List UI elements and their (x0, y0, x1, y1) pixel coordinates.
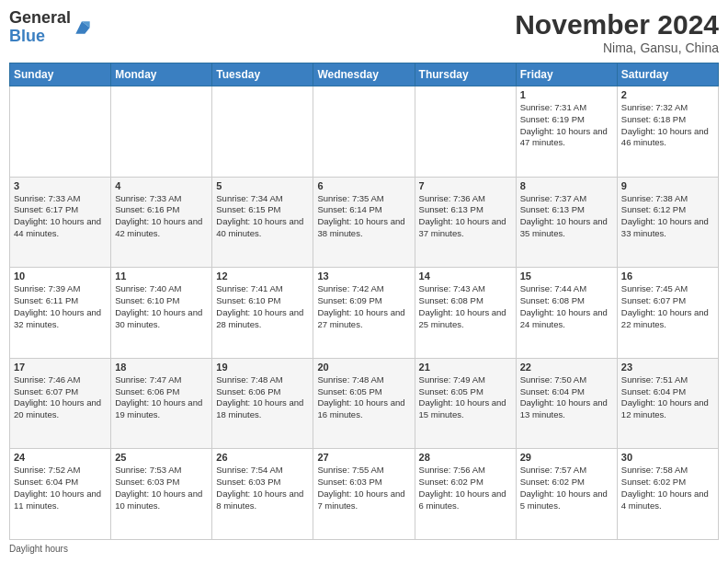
calendar-cell: 4Sunrise: 7:33 AMSunset: 6:16 PMDaylight… (111, 177, 212, 268)
day-info: Sunrise: 7:48 AMSunset: 6:05 PMDaylight:… (317, 374, 410, 421)
day-info: Sunrise: 7:47 AMSunset: 6:06 PMDaylight:… (115, 374, 208, 421)
day-info: Sunrise: 7:34 AMSunset: 6:15 PMDaylight:… (216, 193, 309, 240)
calendar-header-row: SundayMondayTuesdayWednesdayThursdayFrid… (10, 63, 719, 86)
day-number: 28 (419, 452, 512, 463)
day-info: Sunrise: 7:45 AMSunset: 6:07 PMDaylight:… (621, 283, 714, 330)
day-number: 11 (115, 270, 208, 282)
day-info: Sunrise: 7:44 AMSunset: 6:08 PMDaylight:… (520, 283, 613, 330)
col-header-friday: Friday (516, 63, 617, 86)
month-title: November 2024 (515, 9, 719, 40)
day-number: 20 (317, 362, 410, 373)
calendar-cell: 17Sunrise: 7:46 AMSunset: 6:07 PMDayligh… (10, 358, 111, 449)
day-number: 30 (621, 452, 714, 463)
calendar-week-5: 24Sunrise: 7:52 AMSunset: 6:04 PMDayligh… (10, 449, 719, 540)
header: General Blue November 2024 Nima, Gansu, … (9, 9, 719, 55)
day-number: 16 (621, 270, 714, 282)
calendar-cell: 29Sunrise: 7:57 AMSunset: 6:02 PMDayligh… (516, 449, 617, 540)
day-info: Sunrise: 7:57 AMSunset: 6:02 PMDaylight:… (520, 465, 613, 511)
calendar-cell: 18Sunrise: 7:47 AMSunset: 6:06 PMDayligh… (111, 358, 212, 449)
logo-blue: Blue (9, 27, 45, 45)
day-info: Sunrise: 7:54 AMSunset: 6:03 PMDaylight:… (216, 465, 309, 511)
calendar-cell: 26Sunrise: 7:54 AMSunset: 6:03 PMDayligh… (212, 449, 313, 540)
title-block: November 2024 Nima, Gansu, China (515, 9, 719, 55)
day-info: Sunrise: 7:35 AMSunset: 6:14 PMDaylight:… (317, 193, 410, 240)
logo: General Blue (9, 9, 91, 46)
logo-icon (73, 18, 91, 37)
day-info: Sunrise: 7:58 AMSunset: 6:02 PMDaylight:… (621, 465, 714, 511)
calendar-week-2: 3Sunrise: 7:33 AMSunset: 6:17 PMDaylight… (10, 177, 719, 268)
calendar-cell: 10Sunrise: 7:39 AMSunset: 6:11 PMDayligh… (10, 268, 111, 359)
day-info: Sunrise: 7:52 AMSunset: 6:04 PMDaylight:… (14, 465, 107, 511)
calendar-cell: 30Sunrise: 7:58 AMSunset: 6:02 PMDayligh… (617, 449, 718, 540)
day-number: 5 (216, 180, 309, 191)
day-number: 21 (419, 362, 512, 373)
day-number: 24 (14, 452, 107, 463)
day-number: 8 (520, 180, 613, 191)
calendar-week-3: 10Sunrise: 7:39 AMSunset: 6:11 PMDayligh… (10, 268, 719, 359)
calendar-cell: 27Sunrise: 7:55 AMSunset: 6:03 PMDayligh… (313, 449, 415, 540)
calendar-cell: 24Sunrise: 7:52 AMSunset: 6:04 PMDayligh… (10, 449, 111, 540)
day-info: Sunrise: 7:41 AMSunset: 6:10 PMDaylight:… (216, 283, 309, 330)
calendar-week-4: 17Sunrise: 7:46 AMSunset: 6:07 PMDayligh… (10, 358, 719, 449)
footer: Daylight hours (9, 544, 719, 554)
calendar-cell: 8Sunrise: 7:37 AMSunset: 6:13 PMDaylight… (516, 177, 617, 268)
day-number: 25 (115, 452, 208, 463)
calendar-week-1: 1Sunrise: 7:31 AMSunset: 6:19 PMDaylight… (10, 86, 719, 178)
col-header-monday: Monday (111, 63, 212, 86)
col-header-sunday: Sunday (10, 63, 111, 86)
calendar-cell (313, 86, 415, 178)
calendar-cell: 14Sunrise: 7:43 AMSunset: 6:08 PMDayligh… (415, 268, 516, 359)
col-header-wednesday: Wednesday (313, 63, 415, 86)
day-info: Sunrise: 7:43 AMSunset: 6:08 PMDaylight:… (419, 283, 512, 330)
day-number: 18 (115, 362, 208, 373)
day-number: 19 (216, 362, 309, 373)
logo-text: General Blue (9, 9, 71, 46)
col-header-tuesday: Tuesday (212, 63, 313, 86)
day-number: 7 (419, 180, 512, 191)
day-number: 3 (14, 180, 107, 191)
day-info: Sunrise: 7:48 AMSunset: 6:06 PMDaylight:… (216, 374, 309, 421)
calendar-cell: 15Sunrise: 7:44 AMSunset: 6:08 PMDayligh… (516, 268, 617, 359)
day-number: 1 (520, 89, 613, 100)
day-number: 26 (216, 452, 309, 463)
day-number: 2 (621, 89, 714, 100)
day-info: Sunrise: 7:31 AMSunset: 6:19 PMDaylight:… (520, 102, 613, 149)
day-info: Sunrise: 7:32 AMSunset: 6:18 PMDaylight:… (621, 102, 714, 149)
location-subtitle: Nima, Gansu, China (515, 40, 719, 55)
day-number: 23 (621, 362, 714, 373)
calendar-cell: 12Sunrise: 7:41 AMSunset: 6:10 PMDayligh… (212, 268, 313, 359)
calendar-cell: 28Sunrise: 7:56 AMSunset: 6:02 PMDayligh… (415, 449, 516, 540)
calendar-cell: 1Sunrise: 7:31 AMSunset: 6:19 PMDaylight… (516, 86, 617, 178)
day-info: Sunrise: 7:49 AMSunset: 6:05 PMDaylight:… (419, 374, 512, 421)
day-number: 29 (520, 452, 613, 463)
calendar-cell: 3Sunrise: 7:33 AMSunset: 6:17 PMDaylight… (10, 177, 111, 268)
calendar-cell: 16Sunrise: 7:45 AMSunset: 6:07 PMDayligh… (617, 268, 718, 359)
day-info: Sunrise: 7:37 AMSunset: 6:13 PMDaylight:… (520, 193, 613, 240)
day-info: Sunrise: 7:42 AMSunset: 6:09 PMDaylight:… (317, 283, 410, 330)
calendar-cell: 25Sunrise: 7:53 AMSunset: 6:03 PMDayligh… (111, 449, 212, 540)
calendar-cell: 7Sunrise: 7:36 AMSunset: 6:13 PMDaylight… (415, 177, 516, 268)
day-info: Sunrise: 7:40 AMSunset: 6:10 PMDaylight:… (115, 283, 208, 330)
calendar-cell: 13Sunrise: 7:42 AMSunset: 6:09 PMDayligh… (313, 268, 415, 359)
day-number: 10 (14, 270, 107, 282)
day-info: Sunrise: 7:53 AMSunset: 6:03 PMDaylight:… (115, 465, 208, 511)
day-info: Sunrise: 7:50 AMSunset: 6:04 PMDaylight:… (520, 374, 613, 421)
calendar-cell (111, 86, 212, 178)
calendar-cell: 11Sunrise: 7:40 AMSunset: 6:10 PMDayligh… (111, 268, 212, 359)
day-number: 15 (520, 270, 613, 282)
day-number: 13 (317, 270, 410, 282)
logo-general: General (9, 8, 71, 27)
day-info: Sunrise: 7:55 AMSunset: 6:03 PMDaylight:… (317, 465, 410, 511)
page: General Blue November 2024 Nima, Gansu, … (0, 0, 728, 563)
calendar-cell: 2Sunrise: 7:32 AMSunset: 6:18 PMDaylight… (617, 86, 718, 178)
day-info: Sunrise: 7:51 AMSunset: 6:04 PMDaylight:… (621, 374, 714, 421)
calendar-cell (212, 86, 313, 178)
day-info: Sunrise: 7:38 AMSunset: 6:12 PMDaylight:… (621, 193, 714, 240)
calendar-cell (415, 86, 516, 178)
calendar-cell: 5Sunrise: 7:34 AMSunset: 6:15 PMDaylight… (212, 177, 313, 268)
calendar-cell: 21Sunrise: 7:49 AMSunset: 6:05 PMDayligh… (415, 358, 516, 449)
day-number: 12 (216, 270, 309, 282)
calendar-cell: 6Sunrise: 7:35 AMSunset: 6:14 PMDaylight… (313, 177, 415, 268)
day-info: Sunrise: 7:56 AMSunset: 6:02 PMDaylight:… (419, 465, 512, 511)
day-number: 22 (520, 362, 613, 373)
